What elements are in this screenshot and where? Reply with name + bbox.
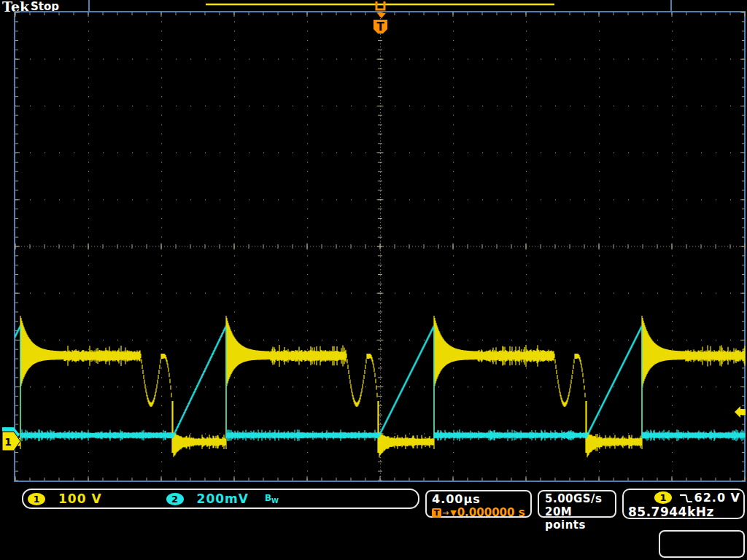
- ch2-scale-readout: 200mV: [197, 491, 249, 506]
- acquisition-readout-box[interactable]: 5.00GS/s 20M points: [538, 490, 616, 518]
- arrow-right-icon: →: [442, 508, 449, 518]
- scope-display: T 1: [0, 0, 747, 560]
- sample-rate: 5.00GS/s: [545, 492, 615, 505]
- trigger-source-badge: 1: [654, 491, 672, 504]
- ch1-ground-marker-label: 1: [4, 436, 12, 448]
- channel-readout-box[interactable]: 1 100 V 2 200mV BW: [22, 489, 419, 509]
- record-length: 20M points: [545, 505, 615, 532]
- trigger-position-flag[interactable]: T: [374, 20, 387, 34]
- trigger-frequency-readout: 85.7944kHz: [628, 505, 740, 519]
- trigger-level-readout: 62.0 V: [694, 491, 740, 505]
- datetime-box: 13 Jul 2023 11:26:56: [659, 530, 745, 558]
- ch1-scale-readout: 100 V: [58, 491, 102, 506]
- trigger-flag-label: T: [376, 20, 384, 34]
- ch2-bandwidth-limit-indicator: BW: [265, 493, 279, 505]
- ch1-badge[interactable]: 1: [28, 493, 45, 505]
- trigger-offset-value: 0.000000 s: [457, 506, 525, 519]
- falling-edge-icon: [679, 492, 694, 504]
- trigger-level-arrow-icon[interactable]: [735, 406, 746, 418]
- trigger-readout-box[interactable]: 1 62.0 V 85.7944kHz: [622, 489, 745, 519]
- trigger-position-readout: T → ▼ 0.000000 s: [432, 506, 530, 519]
- scope-path: [15, 326, 745, 442]
- trigger-t-icon: T: [432, 508, 441, 518]
- timebase-readout-box[interactable]: 4.00µs T → ▼ 0.000000 s: [425, 490, 532, 518]
- timebase-scale: 4.00µs: [432, 492, 530, 506]
- ch2-badge[interactable]: 2: [166, 493, 184, 505]
- record-view-trigger-position-icon[interactable]: [376, 1, 384, 9]
- caret-down-icon: ▼: [450, 508, 456, 518]
- trigger-position-caret-icon: [377, 13, 386, 18]
